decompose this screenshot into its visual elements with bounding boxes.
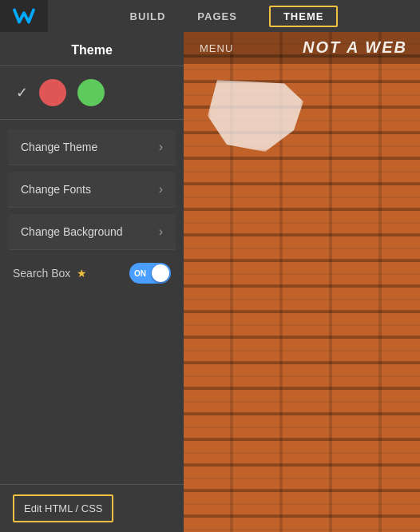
menu-item-change-fonts[interactable]: Change Fonts ›: [8, 172, 176, 208]
chevron-right-icon: ›: [159, 182, 163, 197]
preview-site-name: NOT A WEB: [290, 32, 420, 63]
color-swatches: ✓: [0, 66, 184, 119]
sidebar-title: Theme: [13, 43, 171, 58]
preview-area: MENU NOT A WEB: [184, 32, 420, 532]
edit-html-button[interactable]: Edit HTML / CSS: [13, 494, 113, 522]
logo[interactable]: [0, 0, 48, 32]
checkmark-icon: ✓: [16, 84, 28, 101]
top-nav: BUILD PAGES THEME: [48, 6, 420, 27]
search-box-label: Search Box: [13, 267, 70, 280]
sidebar-header: Theme: [0, 32, 184, 66]
topbar: BUILD PAGES THEME: [0, 0, 420, 32]
nav-pages[interactable]: PAGES: [197, 10, 237, 22]
swatch-green[interactable]: [77, 79, 105, 106]
sidebar: Theme ✓ Change Theme › Change Fonts › Ch…: [0, 32, 184, 532]
menu-item-change-theme[interactable]: Change Theme ›: [8, 129, 176, 165]
nav-theme[interactable]: THEME: [269, 6, 339, 27]
chevron-right-icon: ›: [159, 140, 163, 154]
swatch-red[interactable]: [39, 79, 66, 106]
chevron-right-icon: ›: [159, 224, 163, 239]
star-icon[interactable]: ★: [77, 267, 87, 280]
toggle-switch[interactable]: ON: [129, 263, 171, 284]
main-row: Theme ✓ Change Theme › Change Fonts › Ch…: [0, 32, 420, 532]
toggle-thumb: [152, 264, 169, 282]
search-box-row: Search Box ★ ON: [0, 253, 184, 293]
sidebar-footer: Edit HTML / CSS: [0, 484, 184, 532]
nav-build[interactable]: BUILD: [130, 10, 166, 22]
preview-menu-label: MENU: [200, 42, 233, 54]
menu-item-change-background[interactable]: Change Background ›: [8, 214, 176, 250]
divider: [0, 119, 184, 120]
search-box-toggle[interactable]: ON: [129, 263, 171, 284]
